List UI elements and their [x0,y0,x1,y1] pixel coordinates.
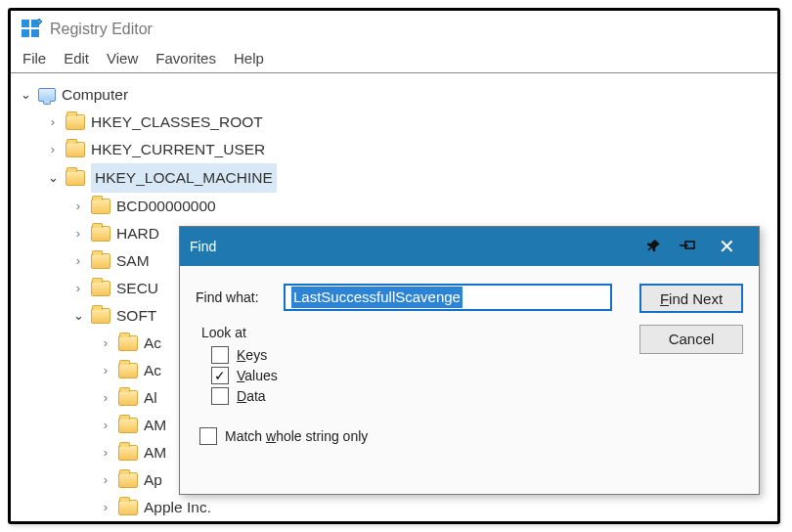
registry-editor-window: Registry Editor File Edit View Favorites… [8,8,780,524]
menubar: File Edit View Favorites Help [11,46,777,73]
expander-icon[interactable]: › [71,247,85,275]
folder-icon [118,363,138,378]
folder-icon [91,199,110,214]
menu-edit[interactable]: Edit [64,50,89,66]
window-title: Registry Editor [50,21,153,38]
folder-icon [118,390,138,406]
look-at-label: Look at [201,325,610,340]
find-what-label: Find what: [196,289,270,305]
folder-icon [118,445,138,461]
tree-label: Apple Inc. [144,494,211,521]
tree-label: Ac [144,357,161,384]
expander-icon[interactable]: › [99,412,112,439]
checkbox-keys[interactable] [211,346,229,364]
expander-icon[interactable]: › [99,330,112,357]
folder-icon [118,472,138,488]
tree-label: AM [144,439,166,466]
svg-rect-3 [31,29,39,37]
checkbox-values[interactable] [211,367,229,384]
tree-label: BCD00000000 [116,193,216,220]
folder-icon [91,308,110,324]
folder-icon [91,281,110,296]
expander-icon[interactable]: ⌄ [19,81,32,109]
menu-view[interactable]: View [107,50,138,66]
tree-item-hkcr[interactable]: › HKEY_CLASSES_ROOT [19,109,770,136]
folder-icon [118,500,138,515]
folder-icon [91,226,110,242]
expander-icon[interactable]: › [99,357,112,384]
expander-icon[interactable]: ⌄ [71,302,85,330]
expander-icon[interactable]: › [46,136,60,163]
tree-label: SOFT [116,302,156,330]
tree-root[interactable]: ⌄ Computer [19,81,770,109]
folder-icon [66,114,85,130]
pin-icon[interactable] [638,239,671,255]
menu-favorites[interactable]: Favorites [155,50,216,66]
folder-icon [91,253,110,269]
tree-label: Computer [62,81,128,109]
tree-label: SECU [116,275,158,302]
tree-label: HKEY_LOCAL_MACHINE [91,163,277,193]
close-icon[interactable]: ✕ [704,235,749,258]
find-dialog-body: Find what: LastSuccessfullScavenge Find … [180,266,759,455]
find-dialog-titlebar[interactable]: Find ✕ [180,227,759,266]
tree-item[interactable]: › Apple Inc. [19,494,770,521]
tree-label: AM [144,412,166,439]
regedit-icon [21,19,42,40]
expander-icon[interactable]: › [99,384,112,412]
folder-icon [66,142,85,157]
look-at-group: Look at Keys Values Data [196,325,616,416]
checkbox-keys-label[interactable]: Keys [237,347,267,363]
find-next-button[interactable]: Find Next [639,284,743,313]
svg-rect-2 [22,29,29,37]
tree-label: SAM [116,247,150,275]
tree-label: Al [144,384,157,412]
expander-icon[interactable]: › [99,466,112,494]
find-dialog: Find ✕ Find what: LastSuccessfullScaveng… [179,226,760,495]
folder-icon [66,170,85,186]
svg-rect-0 [22,20,29,27]
expander-icon[interactable]: › [99,439,112,466]
expander-icon[interactable]: › [71,220,85,247]
tree-label: Ac [144,330,161,357]
expander-icon[interactable]: ⌄ [46,164,60,192]
checkbox-data-label[interactable]: Data [237,388,266,404]
tree-item[interactable]: › BCD00000000 [19,193,770,220]
menu-help[interactable]: Help [234,50,264,66]
checkbox-values-label[interactable]: Values [237,368,278,383]
expander-icon[interactable]: › [71,275,85,302]
find-what-input[interactable] [284,284,612,311]
cancel-button[interactable]: Cancel [639,325,743,354]
checkbox-match-whole-label[interactable]: Match whole string only [225,428,368,444]
checkbox-match-whole[interactable] [199,427,217,445]
tree-label: Ap [144,466,162,494]
computer-icon [38,88,56,102]
svg-marker-7 [684,243,688,248]
checkbox-data[interactable] [211,387,229,405]
expander-icon[interactable]: › [71,193,85,220]
expander-icon[interactable]: › [46,109,60,136]
find-dialog-title: Find [190,239,216,254]
tree-item-hkcu[interactable]: › HKEY_CURRENT_USER [19,136,770,163]
expander-icon[interactable]: › [99,494,112,521]
menu-file[interactable]: File [22,50,46,66]
titlebar: Registry Editor [11,11,777,46]
tree-item-hklm[interactable]: ⌄ HKEY_LOCAL_MACHINE [19,163,770,193]
folder-icon [118,418,138,433]
tree-label: HKEY_CURRENT_USER [91,136,265,163]
restore-icon[interactable] [671,239,704,255]
tree-label: HKEY_CLASSES_ROOT [91,109,263,136]
folder-icon [118,335,138,351]
tree-label: HARD [116,220,159,247]
